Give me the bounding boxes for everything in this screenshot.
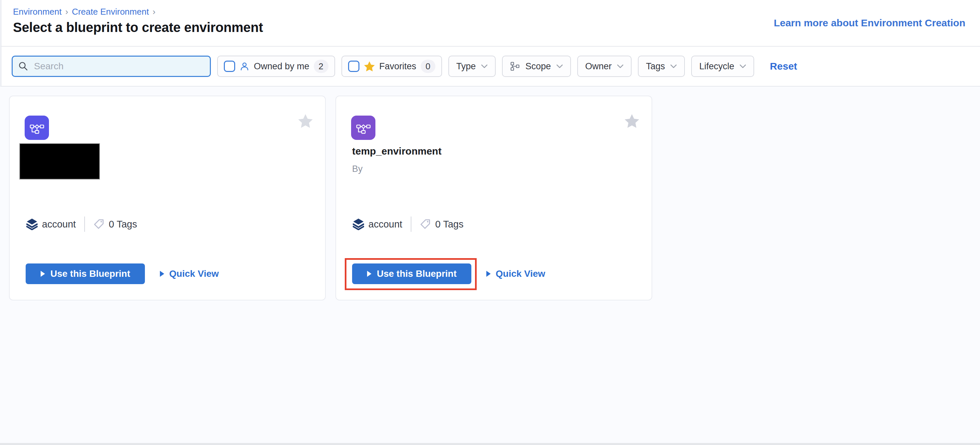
redacted-blueprint-name bbox=[19, 143, 100, 180]
tag-icon bbox=[93, 218, 105, 230]
chevron-down-icon bbox=[617, 64, 624, 68]
play-triangle-icon bbox=[40, 270, 45, 277]
favorites-label: Favorites bbox=[379, 61, 416, 72]
play-triangle-icon bbox=[367, 270, 372, 277]
blueprint-flowchart-icon bbox=[25, 116, 49, 140]
card-meta-row: account 0 Tags bbox=[26, 216, 137, 232]
breadcrumb-separator: › bbox=[153, 7, 156, 17]
meta-divider bbox=[411, 216, 411, 232]
use-button-label: Use this Blueprint bbox=[377, 269, 457, 279]
hierarchy-icon bbox=[510, 61, 520, 71]
breadcrumb-create-environment[interactable]: Create Environment bbox=[72, 7, 149, 17]
tags-count-label: 0 Tags bbox=[109, 219, 137, 230]
layers-icon bbox=[353, 218, 364, 230]
breadcrumb-separator: › bbox=[65, 7, 68, 17]
filter-dropdown-lifecycle[interactable]: Lifecycle bbox=[691, 56, 754, 77]
owned-by-me-label: Owned by me bbox=[254, 61, 309, 72]
person-icon bbox=[240, 61, 250, 71]
owner-dropdown-label: Owner bbox=[585, 61, 612, 72]
blueprint-card: account 0 Tags Use this Blueprint bbox=[9, 95, 326, 300]
favorite-star-icon[interactable] bbox=[624, 114, 640, 130]
meta-divider bbox=[84, 216, 85, 232]
favorites-checkbox[interactable] bbox=[348, 60, 360, 72]
play-triangle-icon bbox=[159, 270, 165, 277]
favorite-star-icon[interactable] bbox=[298, 114, 313, 130]
layers-icon bbox=[26, 218, 38, 230]
learn-more-link[interactable]: Learn more about Environment Creation bbox=[774, 17, 965, 29]
breadcrumb: Environment › Create Environment › bbox=[13, 7, 980, 17]
chevron-down-icon bbox=[740, 64, 746, 68]
filter-dropdown-type[interactable]: Type bbox=[449, 56, 496, 77]
owned-by-me-count-badge: 2 bbox=[314, 60, 328, 73]
filter-dropdown-tags[interactable]: Tags bbox=[638, 56, 685, 77]
use-button-label: Use this Blueprint bbox=[50, 269, 130, 279]
quick-view-link[interactable]: Quick View bbox=[486, 269, 545, 279]
chevron-down-icon bbox=[556, 64, 563, 68]
chevron-down-icon bbox=[481, 64, 488, 68]
blueprint-name: temp_environment bbox=[352, 146, 441, 157]
quick-view-label: Quick View bbox=[169, 269, 219, 279]
blueprint-selection-page: Environment › Create Environment › Selec… bbox=[0, 0, 980, 445]
magnifier-icon bbox=[18, 61, 29, 72]
favorites-count-badge: 0 bbox=[421, 60, 435, 73]
filter-owned-by-me[interactable]: Owned by me 2 bbox=[217, 56, 335, 77]
scope-dropdown-label: Scope bbox=[525, 61, 551, 72]
search-box bbox=[12, 56, 211, 77]
use-this-blueprint-button[interactable]: Use this Blueprint bbox=[352, 264, 471, 284]
tags-dropdown-label: Tags bbox=[646, 61, 665, 72]
type-dropdown-label: Type bbox=[457, 61, 476, 72]
blueprint-author-label: By bbox=[352, 164, 363, 174]
blueprint-card-grid: account 0 Tags Use this Blueprint bbox=[0, 87, 980, 300]
page-header: Environment › Create Environment › Selec… bbox=[0, 0, 980, 47]
filter-dropdown-scope[interactable]: Scope bbox=[502, 56, 571, 77]
tags-count-label: 0 Tags bbox=[435, 219, 464, 230]
blueprint-card: temp_environment By account bbox=[336, 95, 652, 300]
filter-favorites[interactable]: Favorites 0 bbox=[341, 56, 442, 77]
breadcrumb-environment[interactable]: Environment bbox=[13, 7, 62, 17]
card-actions: Use this Blueprint Quick View bbox=[25, 264, 219, 284]
quick-view-link[interactable]: Quick View bbox=[159, 269, 219, 279]
play-triangle-icon bbox=[486, 270, 491, 277]
scope-value: account bbox=[42, 219, 76, 230]
star-icon bbox=[364, 61, 375, 72]
lifecycle-dropdown-label: Lifecycle bbox=[699, 61, 734, 72]
tag-icon bbox=[420, 218, 431, 230]
card-actions: Use this Blueprint Quick View bbox=[352, 264, 545, 284]
blueprint-flowchart-icon bbox=[351, 116, 375, 140]
scope-value: account bbox=[368, 219, 402, 230]
card-meta-row: account 0 Tags bbox=[353, 216, 464, 232]
chevron-down-icon bbox=[670, 64, 677, 68]
bottom-edge-strip bbox=[0, 443, 980, 445]
reset-filters-button[interactable]: Reset bbox=[770, 60, 797, 72]
search-input[interactable] bbox=[33, 60, 205, 72]
quick-view-label: Quick View bbox=[496, 269, 545, 279]
filter-dropdown-owner[interactable]: Owner bbox=[577, 56, 632, 77]
filter-bar: Owned by me 2 Favorites 0 Type bbox=[0, 47, 980, 87]
use-this-blueprint-button[interactable]: Use this Blueprint bbox=[25, 264, 145, 284]
owned-by-me-checkbox[interactable] bbox=[224, 60, 235, 72]
